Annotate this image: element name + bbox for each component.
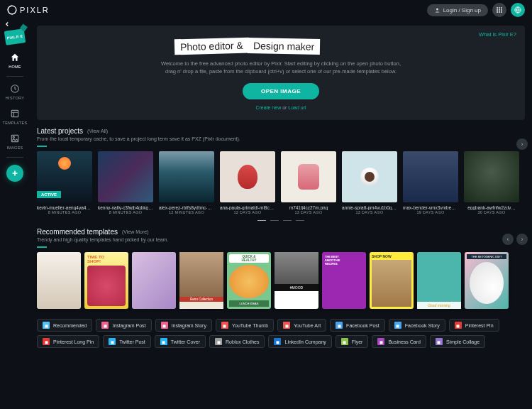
hero: What is Pixlr E? Photo editor &Design ma… xyxy=(37,26,525,120)
tag-instagram-post[interactable]: ◼Instagram Post xyxy=(96,319,151,332)
sidebar-item-label: Home xyxy=(9,65,21,69)
svg-rect-2 xyxy=(497,7,498,9)
projects-section: Latest projects (View All) From the loca… xyxy=(37,127,525,222)
template-card[interactable] xyxy=(37,252,81,309)
hero-title: Photo editor &Design maker xyxy=(174,38,320,54)
svg-rect-6 xyxy=(499,9,500,11)
add-button[interactable] xyxy=(6,165,23,182)
templates-viewmore[interactable]: (View More) xyxy=(122,229,149,234)
tag-simple-collage[interactable]: ◼Simple Collage xyxy=(430,335,485,348)
templates-title: Recommended templates xyxy=(37,228,118,236)
template-card[interactable]: Good morning xyxy=(417,252,461,309)
projects-viewall[interactable]: (View All) xyxy=(87,129,108,133)
sidebar-item-label: Templates xyxy=(3,121,28,125)
main-content: What is Pixlr E? Photo editor &Design ma… xyxy=(30,20,532,409)
sidebar-item-home[interactable]: Home xyxy=(0,48,30,73)
project-card[interactable]: ACTIVEkevin-mueller-aeng4ya41…8 minutes … xyxy=(37,151,92,214)
project-card[interactable]: max-bender-vmx3vmbecf…19 days ago xyxy=(403,151,458,214)
login-label: Login / Sign up xyxy=(443,7,481,13)
svg-rect-3 xyxy=(499,7,500,9)
tag-recommended[interactable]: ◼Recommended xyxy=(37,319,92,332)
templates-section: Recommended templates (View More) Trendy… xyxy=(37,228,525,355)
template-card[interactable] xyxy=(132,252,176,309)
tag-twitter-cover[interactable]: ◼Twitter Cover xyxy=(155,335,206,348)
load-url-link[interactable]: Load url xyxy=(288,105,306,110)
pagination-dots[interactable] xyxy=(37,220,525,222)
template-card[interactable]: TIME TOSHOP! xyxy=(84,252,128,309)
project-card[interactable]: alex-perez-rbtfs8ydtmc-un…12 minutes ago xyxy=(159,151,214,214)
sidebar-item-history[interactable]: History xyxy=(0,80,30,104)
tag-pinterest-pin[interactable]: ◼Pinterest Pin xyxy=(449,319,499,332)
projects-sub: From the local temporary cache, to save … xyxy=(37,136,525,141)
template-card[interactable]: THE BESTSMOOTHIERECIPES xyxy=(322,252,366,309)
projects-next-icon[interactable]: › xyxy=(516,138,528,150)
template-card[interactable]: #MOOD xyxy=(275,252,318,309)
tag-roblox-clothes[interactable]: ◼Roblox Clothes xyxy=(209,335,265,348)
tag-business-card[interactable]: ◼Business Card xyxy=(372,335,426,348)
svg-rect-9 xyxy=(499,11,500,13)
tag-facebook-post[interactable]: ◼Facebook Post xyxy=(330,319,385,332)
svg-rect-14 xyxy=(11,135,18,141)
template-card[interactable]: QUICK &HEALTHYLUNCH IDEAS xyxy=(227,252,271,309)
sidebar: PIXLR E Home History Templates Images xyxy=(0,20,30,409)
templates-prev-icon[interactable]: ‹ xyxy=(502,234,514,245)
logo[interactable]: PIXLR xyxy=(7,5,50,15)
projects-title: Latest projects xyxy=(37,127,83,135)
hero-sublinks: Create new or Load url xyxy=(54,105,508,110)
sidebar-item-label: History xyxy=(6,96,24,100)
svg-point-15 xyxy=(13,136,14,138)
template-card[interactable]: Retro Collection xyxy=(179,252,223,309)
project-card[interactable]: ana-paula-grimaldi-ml8cw…12 days ago xyxy=(220,151,275,214)
open-image-button[interactable]: OPEN IMAGE xyxy=(243,83,319,99)
projects-row: › ACTIVEkevin-mueller-aeng4ya41…8 minute… xyxy=(37,151,525,214)
project-card[interactable]: eggbank-awfnfw2zdv…30 days ago xyxy=(464,151,519,214)
project-card[interactable]: m741lj4cz27m.png13 days ago xyxy=(281,151,336,214)
back-icon[interactable] xyxy=(3,20,11,28)
create-new-link[interactable]: Create new xyxy=(255,105,281,110)
tag-flyer[interactable]: ◼Flyer xyxy=(336,335,369,348)
apps-icon[interactable] xyxy=(492,3,506,17)
login-button[interactable]: Login / Sign up xyxy=(427,4,488,16)
what-is-link[interactable]: What is Pixlr E? xyxy=(479,31,516,38)
logo-text: PIXLR xyxy=(20,6,50,14)
svg-rect-8 xyxy=(497,11,498,13)
svg-rect-7 xyxy=(501,9,502,11)
template-card[interactable]: SHOP NOW xyxy=(370,252,414,309)
tag-list: ◼Recommended◼Instagram Post◼Instagram St… xyxy=(37,319,525,355)
svg-point-1 xyxy=(436,8,438,10)
tag-youtube-art[interactable]: ◼YouTube Art xyxy=(277,319,326,332)
project-card[interactable]: annie-spratt-pm4vu1b0gx…13 days ago xyxy=(342,151,397,214)
svg-rect-5 xyxy=(497,9,498,11)
app-chip[interactable]: PIXLR E xyxy=(4,28,26,45)
sidebar-item-label: Images xyxy=(6,146,23,150)
tag-facebook-story[interactable]: ◼Facebook Story xyxy=(389,319,445,332)
globe-icon[interactable] xyxy=(511,3,525,17)
svg-rect-13 xyxy=(11,110,18,116)
sidebar-item-templates[interactable]: Templates xyxy=(0,104,30,129)
tag-youtube-thumb[interactable]: ◼YouTube Thumb xyxy=(216,319,274,332)
templates-sub: Trendy and high quality templates hand p… xyxy=(37,237,525,242)
sidebar-item-images[interactable]: Images xyxy=(0,129,30,154)
tag-linkedin-company[interactable]: ◼LinkedIn Company xyxy=(268,335,331,348)
active-badge: ACTIVE xyxy=(37,191,61,198)
template-card[interactable]: THE KETOGENIC DIET xyxy=(465,252,509,309)
tag-pinterest-long-pin[interactable]: ◼Pinterest Long Pin xyxy=(37,335,99,348)
templates-row: TIME TOSHOP! Retro Collection QUICK &HEA… xyxy=(37,252,525,309)
tag-instagram-story[interactable]: ◼Instagram Story xyxy=(155,319,212,332)
header: PIXLR Login / Sign up xyxy=(0,0,532,20)
svg-rect-10 xyxy=(501,11,502,13)
project-card[interactable]: kenny-nally-c3fwjb4gbkg-u…8 minutes ago xyxy=(98,151,153,214)
svg-rect-4 xyxy=(501,7,502,9)
templates-next-icon[interactable]: › xyxy=(516,234,528,245)
hero-subtitle: Welcome to the free advanced photo edito… xyxy=(160,60,401,76)
tag-twitter-post[interactable]: ◼Twitter Post xyxy=(103,335,151,348)
